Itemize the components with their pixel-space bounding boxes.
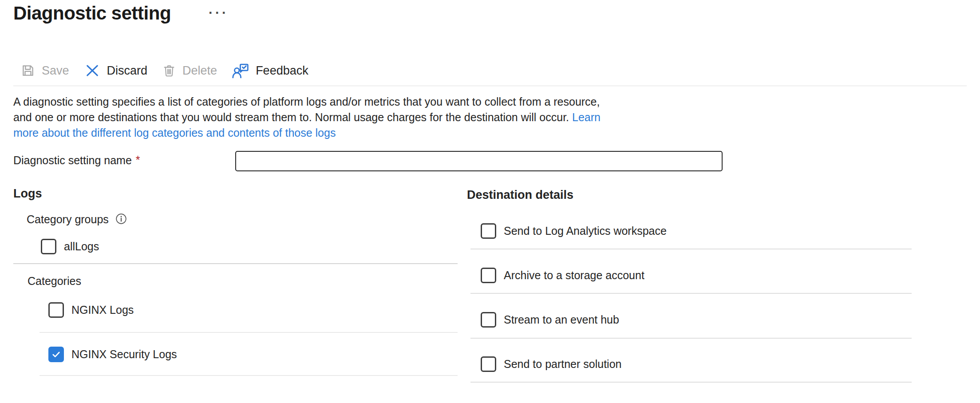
- discard-label: Discard: [107, 64, 148, 78]
- name-field-label-text: Diagnostic setting name: [13, 154, 132, 166]
- feedback-button[interactable]: Feedback: [232, 63, 308, 79]
- nginx-logs-label[interactable]: NGINX Logs: [71, 304, 134, 316]
- delete-label: Delete: [182, 64, 217, 78]
- send-to-log-analytics-checkbox[interactable]: [481, 223, 496, 239]
- save-icon: [20, 63, 36, 78]
- send-to-partner-solution-row: Send to partner solution: [481, 356, 621, 372]
- nginx-security-logs-checkbox[interactable]: [48, 347, 64, 362]
- stream-to-event-hub-label[interactable]: Stream to an event hub: [504, 313, 619, 326]
- discard-button[interactable]: Discard: [84, 63, 148, 79]
- send-to-partner-solution-checkbox[interactable]: [481, 356, 496, 372]
- page-title: Diagnostic setting: [13, 3, 171, 24]
- logs-section-divider: [13, 263, 458, 264]
- destination-row-divider: [470, 382, 912, 383]
- nginx-logs-checkbox[interactable]: [48, 302, 64, 318]
- alllogs-checkbox[interactable]: [41, 239, 56, 254]
- stream-to-event-hub-checkbox[interactable]: [481, 312, 496, 328]
- send-to-log-analytics-label[interactable]: Send to Log Analytics workspace: [504, 225, 667, 237]
- send-to-log-analytics-row: Send to Log Analytics workspace: [481, 223, 667, 239]
- diagnostic-setting-name-input[interactable]: [235, 151, 723, 171]
- page-description: A diagnostic setting specifies a list of…: [13, 94, 601, 141]
- feedback-label: Feedback: [256, 64, 308, 78]
- name-field-label: Diagnostic setting name*: [13, 154, 140, 167]
- learn-more-link-continued[interactable]: more about the different log categories …: [13, 126, 336, 139]
- more-menu-icon[interactable]: ···: [209, 6, 229, 20]
- archive-to-storage-checkbox[interactable]: [481, 268, 496, 283]
- nginx-security-logs-row: NGINX Security Logs: [48, 347, 177, 362]
- toolbar: Save Discard Delete: [20, 59, 308, 82]
- alllogs-label[interactable]: allLogs: [64, 240, 99, 253]
- destination-row-divider: [470, 338, 912, 339]
- alllogs-row: allLogs: [41, 239, 99, 254]
- save-label: Save: [42, 64, 69, 78]
- destination-row-divider: [470, 293, 912, 294]
- category-row-divider: [40, 332, 458, 333]
- categories-label: Categories: [28, 275, 81, 288]
- archive-to-storage-row: Archive to a storage account: [481, 268, 644, 283]
- stream-to-event-hub-row: Stream to an event hub: [481, 312, 619, 328]
- description-line2: and one or more destinations that you wo…: [13, 111, 569, 123]
- archive-to-storage-label[interactable]: Archive to a storage account: [504, 269, 644, 282]
- category-row-divider: [40, 375, 458, 376]
- destination-row-divider: [470, 249, 912, 249]
- nginx-logs-row: NGINX Logs: [48, 302, 134, 318]
- destination-details-heading: Destination details: [467, 188, 573, 202]
- info-icon[interactable]: [115, 213, 127, 226]
- trash-icon: [162, 63, 176, 78]
- description-line1: A diagnostic setting specifies a list of…: [13, 94, 601, 110]
- toolbar-divider: [13, 86, 967, 86]
- category-groups-label: Category groups: [27, 213, 109, 226]
- logs-heading: Logs: [13, 187, 42, 201]
- nginx-security-logs-label[interactable]: NGINX Security Logs: [71, 348, 177, 361]
- save-button[interactable]: Save: [20, 63, 69, 78]
- discard-x-icon: [84, 63, 101, 79]
- learn-more-link[interactable]: Learn: [572, 111, 601, 123]
- required-asterisk: *: [136, 154, 140, 166]
- send-to-partner-solution-label[interactable]: Send to partner solution: [504, 358, 621, 371]
- delete-button[interactable]: Delete: [162, 63, 217, 78]
- feedback-icon: [232, 63, 249, 79]
